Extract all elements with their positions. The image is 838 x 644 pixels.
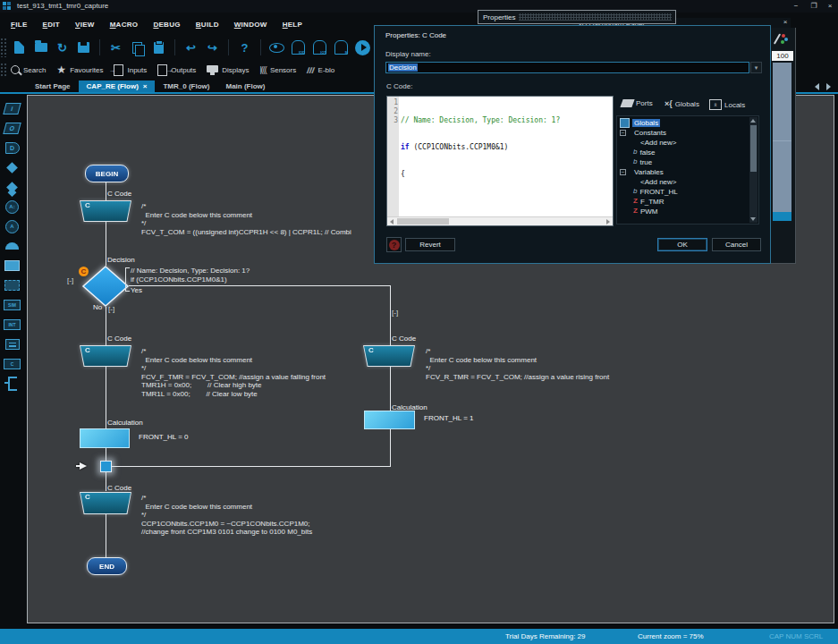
tree-item-pwm[interactable]: Z PWM [633,207,657,216]
editor-code[interactable]: // Name: Decision, Type: Decision: 1? if… [401,98,560,197]
menu-debug[interactable]: DEBUG [153,21,180,29]
menu-window[interactable]: WINDOW [234,21,267,29]
tab-start-page[interactable]: Start Page [27,80,79,92]
tab-main-flow[interactable]: Main (Flow) [217,80,273,92]
run-button[interactable] [354,39,371,56]
tree-item-add-variable[interactable]: <Add new> [640,177,676,186]
tool-interrupt[interactable]: INT [0,315,24,335]
tool-output[interactable]: O [0,118,24,138]
scrollbar-thumb[interactable] [397,218,449,225]
tree-item-false[interactable]: b false [633,148,655,157]
debug-iod-button[interactable]: IOD [290,39,307,56]
tool-calculation[interactable] [0,335,24,354]
tool-sim[interactable]: SIM [0,295,24,315]
end-node[interactable]: END [87,557,127,575]
ok-button[interactable]: OK [657,238,707,251]
display-name-input[interactable]: Decision [385,62,749,73]
inputs-button[interactable]: Inputs [114,64,147,76]
tree-vertical-scrollbar[interactable] [749,117,758,223]
tool-decision[interactable] [0,157,24,177]
zoom-slider[interactable] [773,63,791,212]
favourites-button[interactable]: ★Favourites [56,64,103,75]
displays-button[interactable]: Displays [207,65,249,75]
dashboard-close-icon[interactable]: × [780,17,791,27]
tool-macro[interactable] [0,236,24,256]
paste-button[interactable] [150,39,167,56]
copy-button[interactable] [129,39,146,56]
menu-file[interactable]: FILE [11,21,28,29]
menu-macro[interactable]: MACRO [110,21,139,29]
collapse-icon[interactable]: − [620,130,626,136]
help-button[interactable]: ? [236,39,253,56]
cut-button[interactable]: ✂ [107,39,124,56]
restore-button[interactable]: ❐ [808,1,820,11]
undo-button[interactable]: ↩ [182,39,199,56]
redo-button[interactable]: ↪ [204,39,221,56]
scroll-up-icon[interactable] [750,119,756,123]
calculation-2-node[interactable] [364,411,415,429]
collapse-icon[interactable]: − [620,169,626,175]
dialog-help-button[interactable]: ? [386,237,402,252]
debug-chip-button[interactable]: M [333,39,350,56]
tab-cap-re-flow[interactable]: CAP_RE (Flow)× [79,80,156,92]
tab-tmr0-flow[interactable]: TMR_0 (Flow) [155,80,217,92]
tree-item-globals-root[interactable]: Globals [620,118,660,127]
tool-input[interactable]: I [0,98,24,118]
selected-junction-point[interactable] [100,461,112,472]
c-code-4-node[interactable]: C [80,492,131,514]
editor-horizontal-scrollbar[interactable] [387,216,613,225]
minimize-button[interactable]: − [790,1,802,11]
zoom-value-field[interactable]: 100 [772,51,793,61]
tool-connection-point[interactable]: A: [0,197,24,216]
c-code-2-node[interactable]: C [80,345,131,367]
tree-item-variables[interactable]: − Variables [620,167,664,176]
tool-component-macro[interactable] [0,256,24,275]
scroll-right-icon[interactable] [606,219,610,225]
revert-button[interactable]: ↻ [54,39,71,56]
menu-help[interactable]: HELP [283,21,303,29]
outputs-button[interactable]: Outputs [157,64,196,76]
tool-simulation-macro[interactable] [0,275,24,295]
revert-button[interactable]: Revert [405,238,455,251]
decision-node[interactable] [81,265,130,308]
globals-tree[interactable]: Globals − Constants <Add new> b false b … [616,115,759,225]
menu-edit[interactable]: EDIT [43,21,60,29]
sensors-button[interactable]: |(((Sensors [260,65,297,74]
view-button[interactable] [268,39,285,56]
tab-scroll-right-icon[interactable] [826,83,831,90]
begin-node[interactable]: BEGIN [85,165,129,182]
tool-delay[interactable]: D [0,138,24,157]
save-button[interactable] [75,39,92,56]
collapse-toggle[interactable]: [-] [67,276,73,284]
c-code-1-node[interactable]: C [80,200,131,222]
tree-item-true[interactable]: b true [633,157,652,166]
tool-c-code[interactable]: C [0,354,24,374]
tab-close-icon[interactable]: × [143,82,148,90]
cancel-button[interactable]: Cancel [712,238,761,251]
tool-goto-connection[interactable]: A [0,216,24,236]
tree-item-constants[interactable]: − Constants [620,128,666,137]
calculation-1-node[interactable] [80,428,130,448]
tree-item-add-constant[interactable]: <Add new> [640,138,676,147]
tool-comment[interactable] [0,374,24,394]
collapse-toggle[interactable]: [-] [392,309,398,317]
scroll-down-icon[interactable] [750,217,756,221]
tab-ports[interactable]: Ports [622,99,653,107]
scrollbar-thumb[interactable] [750,125,757,172]
c-code-editor[interactable]: 1 2 3 // Name: Decision, Type: Decision:… [386,96,614,226]
scroll-left-icon[interactable] [390,219,394,225]
eblocks-button[interactable]: IIIE-blo [307,65,334,75]
new-file-button[interactable] [11,39,28,56]
c-code-3-node[interactable]: C [363,345,415,367]
properties-panel-titlebar[interactable]: Properties [478,10,676,24]
tool-switch[interactable] [0,177,24,197]
close-button[interactable]: × [824,1,836,11]
menu-build[interactable]: BUILD [196,21,219,29]
debug-iot-button[interactable]: IOT [311,39,328,56]
open-button[interactable] [32,39,49,56]
tree-item-front-hl[interactable]: b FRONT_HL [633,187,678,196]
display-name-dropdown-button[interactable]: ▾ [750,62,762,73]
tab-scroll-left-icon[interactable] [815,83,819,90]
tab-locals[interactable]: x̄ Locals [709,99,745,110]
paint-tool-icon[interactable] [775,32,790,47]
